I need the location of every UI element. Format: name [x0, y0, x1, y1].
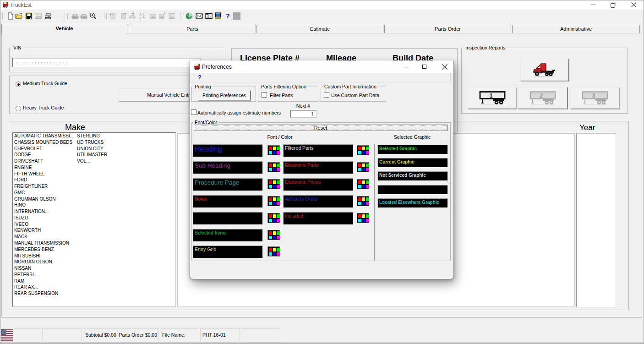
svg-text:5: 5	[174, 17, 176, 20]
svg-text:A: A	[139, 13, 142, 16]
svg-text:2: 2	[540, 93, 543, 99]
svg-text:1: 1	[490, 93, 493, 99]
svg-text:3: 3	[592, 93, 595, 99]
svg-text:Z: Z	[139, 16, 142, 20]
